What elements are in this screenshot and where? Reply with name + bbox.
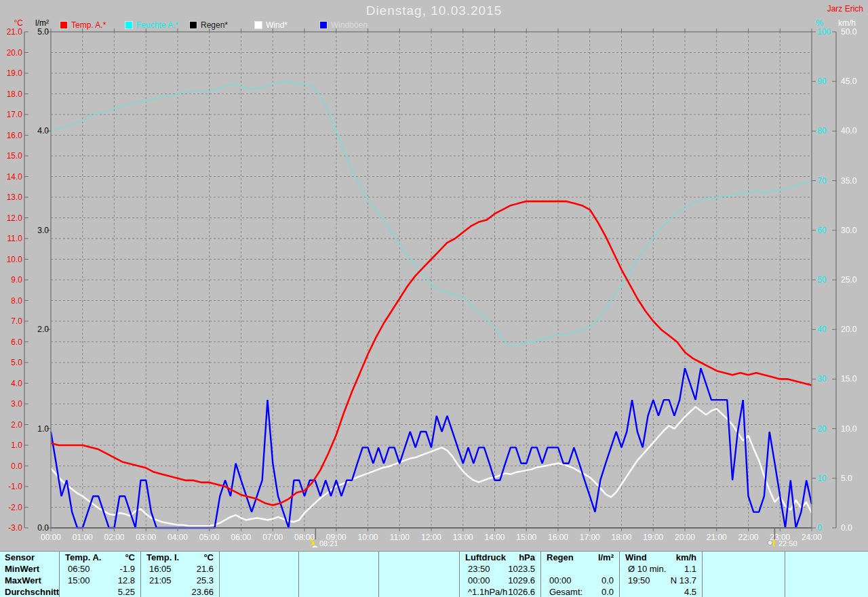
col-unit: °C: [125, 552, 135, 563]
time-tick-label: 07:00: [262, 533, 283, 542]
min-value: -1.9: [120, 563, 135, 575]
avg-value: 1026.6: [508, 586, 535, 597]
humidity-tick-label: 60: [817, 226, 827, 235]
time-tick-label: 10:00: [357, 533, 378, 542]
temp-tick-label: 13.0: [7, 192, 23, 202]
temp-tick-label: 7.0: [11, 316, 22, 326]
humidity-tick-label: 0: [817, 523, 822, 533]
temp-tick-label: 4.0: [11, 379, 22, 388]
avg-value: 23.66: [191, 586, 214, 597]
humidity-tick-label: 20: [817, 424, 827, 434]
windspeed-tick-label: 0.0: [841, 523, 852, 533]
humidity-tick-label: 10: [817, 474, 827, 483]
moon-event-marker: 22:50: [767, 539, 797, 548]
max-value: 1029.6: [508, 575, 535, 586]
chart-plot: 21.020.019.018.017.016.015.014.013.012.0…: [0, 0, 868, 597]
stats-row-label: Durchschnitt: [0, 586, 59, 597]
time-tick-label: 06:00: [231, 533, 251, 542]
avg-value: 5.25: [118, 586, 135, 597]
stats-col-empty-3: [378, 552, 459, 597]
stats-col-rain: Regenl/m² 00:000.0 Gesamt:0.0: [540, 552, 619, 597]
time-tick-label: 22:00: [738, 533, 758, 542]
windspeed-tick-label: 30.0: [841, 226, 857, 235]
temp-tick-label: 18.0: [7, 89, 23, 99]
time-tick-label: 21:00: [707, 533, 727, 542]
max-time: 19:50: [628, 575, 650, 586]
stats-col-temp-i: Temp. I.°C 16:0521.6 21:0525.3 23.66: [140, 552, 219, 597]
temp-tick-label: 16.0: [7, 131, 23, 140]
stats-col-temp-a: Temp. A.°C 06:50-1.9 15:0012.8 5.25: [59, 552, 140, 597]
time-tick-label: 13:00: [453, 533, 473, 542]
temp-tick-label: 8.0: [11, 296, 22, 306]
time-tick-label: 04:00: [167, 533, 188, 542]
windspeed-tick-label: 35.0: [841, 176, 857, 186]
sun-event-time: 08:21: [319, 539, 338, 548]
temp-tick-label: -3.0: [8, 523, 22, 533]
time-tick-label: 18:00: [611, 533, 631, 542]
stats-col-wind: Windkm/h Ø 10 min.1.1 19:50N 13.7 4.5: [619, 552, 702, 597]
temp-tick-label: 12.0: [7, 213, 23, 223]
sun-event-marker: 08:21: [309, 539, 338, 548]
windspeed-tick-label: 20.0: [841, 325, 857, 334]
total-label: Gesamt:: [549, 586, 583, 597]
max-value: N 13.7: [671, 575, 696, 586]
time-tick-label: 19:00: [643, 533, 663, 542]
avg10-label: Ø 10 min.: [628, 563, 666, 575]
windspeed-tick-label: 10.0: [841, 424, 857, 434]
time-tick-label: 05:00: [199, 533, 220, 542]
stats-row-label: MinWert: [0, 563, 59, 575]
temp-tick-label: 9.0: [11, 275, 22, 285]
max-time: 00:00: [549, 575, 572, 586]
avg-note: ^1.1hPa/h: [468, 586, 507, 597]
min-time: 23:50: [468, 563, 490, 575]
rain-tick-label: 5.0: [37, 27, 49, 37]
temp-tick-label: 15.0: [7, 151, 23, 161]
temp-tick-label: 5.0: [11, 358, 22, 367]
total-value: 0.0: [601, 586, 614, 597]
min-value: 21.6: [197, 563, 214, 575]
sun-event-icon: [309, 539, 318, 548]
humidity-tick-label: 100: [817, 27, 831, 37]
series-humidity-line: [51, 81, 812, 347]
moon-event-icon: [767, 539, 777, 548]
moon-event-time: 22:50: [778, 539, 797, 548]
temp-tick-label: 11.0: [7, 234, 23, 243]
time-tick-label: 02:00: [104, 533, 124, 542]
max-value: 25.3: [197, 575, 214, 586]
stats-col-pressure: LuftdruckhPa 23:501023.5 00:001029.6 ^1.…: [459, 552, 540, 597]
col-header: Temp. A.: [65, 552, 101, 563]
stats-table: Sensor MinWert MaxWert Durchschnitt Temp…: [0, 551, 868, 597]
temp-tick-label: 14.0: [7, 172, 23, 182]
temp-tick-label: 2.0: [11, 420, 22, 430]
time-tick-label: 16:00: [548, 533, 568, 542]
time-tick-label: 20:00: [675, 533, 695, 542]
time-tick-label: 00:00: [41, 533, 61, 542]
stats-col-empty-2: [298, 552, 378, 597]
temp-tick-label: 20.0: [7, 48, 23, 58]
stats-row-label: Sensor: [0, 552, 59, 563]
humidity-tick-label: 30: [817, 374, 827, 384]
rain-tick-label: 3.0: [37, 226, 49, 235]
col-unit: °C: [203, 552, 214, 563]
time-tick-label: 15:00: [516, 533, 536, 542]
col-header: Temp. I.: [146, 552, 179, 563]
temp-tick-label: -1.0: [8, 482, 22, 491]
time-tick-label: 01:00: [73, 533, 93, 542]
temp-tick-label: -2.0: [8, 503, 22, 512]
stats-row-labels-column: Sensor MinWert MaxWert Durchschnitt: [0, 552, 59, 597]
humidity-tick-label: 70: [817, 176, 827, 186]
rain-tick-label: 2.0: [37, 325, 49, 334]
windspeed-tick-label: 45.0: [841, 77, 857, 86]
col-unit: km/h: [676, 552, 696, 563]
avg10-value: 1.1: [684, 563, 696, 575]
col-unit: hPa: [519, 552, 535, 563]
stats-col-empty-5: [785, 552, 868, 597]
temp-tick-label: 1.0: [11, 440, 22, 450]
max-time: 00:00: [468, 575, 490, 586]
time-tick-label: 14:00: [484, 533, 505, 542]
max-time: 21:05: [149, 575, 172, 586]
col-unit: l/m²: [598, 552, 614, 563]
rain-tick-label: 4.0: [37, 126, 49, 136]
temp-tick-label: 19.0: [7, 68, 23, 78]
stats-col-empty-1: [219, 552, 298, 597]
